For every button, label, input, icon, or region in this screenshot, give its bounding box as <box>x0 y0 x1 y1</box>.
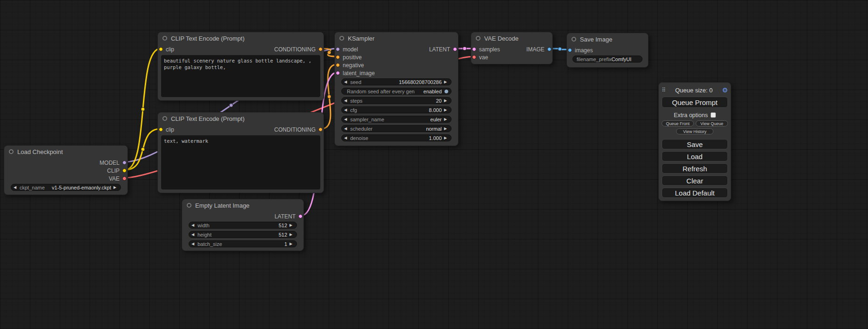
widget-height[interactable]: ◀ height 512 ▶ <box>189 231 297 238</box>
settings-gear-icon[interactable]: ⚙ <box>722 87 728 93</box>
decrement-arrow-icon[interactable]: ◀ <box>14 186 18 189</box>
decrement-arrow-icon[interactable]: ◀ <box>344 118 349 121</box>
increment-arrow-icon[interactable]: ▶ <box>289 233 294 237</box>
widget-label: height <box>198 232 212 238</box>
input-slot-positive-dot[interactable] <box>336 55 340 59</box>
output-label-clip: CLIP <box>107 168 120 174</box>
view-queue-button[interactable]: View Queue <box>696 120 728 126</box>
widget-cfg[interactable]: ◀ cfg 8.000 ▶ <box>341 106 452 113</box>
collapse-dot[interactable] <box>572 37 576 42</box>
input-slot-samples-dot[interactable] <box>472 47 476 51</box>
output-slot-vae-dot[interactable] <box>122 176 127 181</box>
node-clip-text-encode-positive[interactable]: CLIP Text Encode (Prompt) clip CONDITION… <box>157 32 324 101</box>
load-default-button[interactable]: Load Default <box>662 188 728 198</box>
increment-arrow-icon[interactable]: ▶ <box>289 224 294 227</box>
save-button[interactable]: Save <box>662 139 728 149</box>
output-slot-latent-dot[interactable] <box>298 214 303 218</box>
node-title: VAE Decode <box>484 35 518 42</box>
widget-width[interactable]: ◀ width 512 ▶ <box>189 222 297 229</box>
node-title: CLIP Text Encode (Prompt) <box>171 35 245 42</box>
queue-prompt-button[interactable]: Queue Prompt <box>662 97 728 108</box>
node-title-bar[interactable]: CLIP Text Encode (Prompt) <box>158 112 324 125</box>
drag-handle-icon[interactable]: ⠿ <box>662 87 666 93</box>
increment-arrow-icon[interactable]: ▶ <box>113 186 118 189</box>
collapse-dot[interactable] <box>9 149 14 154</box>
load-button[interactable]: Load <box>662 151 728 161</box>
output-slot-model-dot[interactable] <box>122 161 127 165</box>
widget-sampler-name[interactable]: ◀ sampler_name euler ▶ <box>341 116 452 123</box>
input-label-positive: positive <box>343 54 362 61</box>
output-slot-clip-dot[interactable] <box>122 168 127 173</box>
decrement-arrow-icon[interactable]: ◀ <box>344 99 349 103</box>
collapse-dot[interactable] <box>476 36 480 41</box>
input-slot-negative-dot[interactable] <box>336 63 340 67</box>
input-label-model: model <box>343 46 358 53</box>
widget-batch-size[interactable]: ◀ batch_size 1 ▶ <box>189 240 297 247</box>
node-empty-latent-image[interactable]: Empty Latent Image LATENT ◀ width 512 ▶ … <box>182 199 304 251</box>
queue-front-button[interactable]: Queue Front <box>662 120 694 126</box>
node-save-image[interactable]: Save Image images filename_prefix ComfyU… <box>566 33 649 68</box>
decrement-arrow-icon[interactable]: ◀ <box>344 136 349 140</box>
output-label-conditioning: CONDITIONING <box>274 126 316 133</box>
decrement-arrow-icon[interactable]: ◀ <box>191 224 196 227</box>
refresh-button[interactable]: Refresh <box>662 163 728 174</box>
output-label-model: MODEL <box>99 160 120 166</box>
output-slot-conditioning-dot[interactable] <box>318 127 323 132</box>
decrement-arrow-icon[interactable]: ◀ <box>191 242 196 246</box>
slot-row: latent_image <box>335 69 458 77</box>
widget-value: 8.000 <box>429 107 444 113</box>
node-title-bar[interactable]: Empty Latent Image <box>182 199 303 211</box>
increment-arrow-icon[interactable]: ▶ <box>444 80 449 84</box>
increment-arrow-icon[interactable]: ▶ <box>444 127 449 131</box>
prompt-textarea[interactable]: text, watermark <box>161 135 320 189</box>
decrement-arrow-icon[interactable]: ◀ <box>191 233 196 237</box>
node-load-checkpoint[interactable]: Load Checkpoint MODEL CLIP VAE ◀ ckpt_na… <box>4 145 128 195</box>
node-vae-decode[interactable]: VAE Decode samples IMAGE vae <box>471 32 553 64</box>
decrement-arrow-icon[interactable]: ◀ <box>344 108 349 112</box>
decrement-arrow-icon[interactable]: ◀ <box>344 127 349 131</box>
clear-button[interactable]: Clear <box>662 175 728 186</box>
view-history-button[interactable]: View History <box>676 128 713 134</box>
input-slot-model-dot[interactable] <box>336 47 340 51</box>
widget-filename-prefix[interactable]: filename_prefix ComfyUI <box>572 56 642 63</box>
increment-arrow-icon[interactable]: ▶ <box>444 108 449 112</box>
slot-row: samples IMAGE <box>471 45 552 53</box>
widget-value: ComfyUI <box>612 56 634 62</box>
collapse-dot[interactable] <box>339 36 344 41</box>
input-slot-clip-dot[interactable] <box>159 47 163 51</box>
input-slot-clip-dot[interactable] <box>159 127 163 132</box>
node-ksampler[interactable]: KSampler model LATENT positive negative <box>334 32 459 146</box>
collapse-dot[interactable] <box>187 203 191 208</box>
collapse-dot[interactable] <box>162 36 167 41</box>
node-title-bar[interactable]: CLIP Text Encode (Prompt) <box>158 32 324 44</box>
widget-scheduler[interactable]: ◀ scheduler normal ▶ <box>341 125 452 132</box>
node-title-bar[interactable]: Load Checkpoint <box>4 146 127 158</box>
input-slot-latent-image-dot[interactable] <box>336 71 340 75</box>
input-slot-images-dot[interactable] <box>568 48 572 52</box>
widget-seed[interactable]: ◀ seed 156680208700286 ▶ <box>341 78 452 85</box>
increment-arrow-icon[interactable]: ▶ <box>444 136 449 140</box>
decrement-arrow-icon[interactable]: ◀ <box>344 80 349 84</box>
widget-random-seed-toggle[interactable]: Random seed after every gen enabled <box>341 88 452 95</box>
node-clip-text-encode-negative[interactable]: CLIP Text Encode (Prompt) clip CONDITION… <box>157 112 324 193</box>
node-title: KSampler <box>348 35 374 42</box>
extra-options-checkbox[interactable] <box>711 112 716 118</box>
widget-steps[interactable]: ◀ steps 20 ▶ <box>341 97 452 104</box>
output-slot-conditioning-dot[interactable] <box>318 47 323 51</box>
increment-arrow-icon[interactable]: ▶ <box>444 99 449 103</box>
node-title-bar[interactable]: VAE Decode <box>471 32 552 44</box>
prompt-textarea[interactable]: beautiful scenery nature glass bottle la… <box>161 55 320 97</box>
node-title-bar[interactable]: Save Image <box>567 33 648 45</box>
widget-ckpt-name[interactable]: ◀ ckpt_name v1-5-pruned-emaonly.ckpt ▶ <box>11 184 121 191</box>
widget-value: 156680208700286 <box>399 79 444 85</box>
output-slot-latent-dot[interactable] <box>453 47 457 51</box>
input-slot-vae-dot[interactable] <box>472 55 476 59</box>
widget-denoise[interactable]: ◀ denoise 1.000 ▶ <box>341 134 452 141</box>
collapse-dot[interactable] <box>162 116 167 121</box>
node-title: CLIP Text Encode (Prompt) <box>171 115 245 122</box>
output-slot-image-dot[interactable] <box>547 47 551 51</box>
increment-arrow-icon[interactable]: ▶ <box>444 118 449 121</box>
toggle-knob[interactable] <box>444 89 449 94</box>
increment-arrow-icon[interactable]: ▶ <box>289 242 294 246</box>
node-title-bar[interactable]: KSampler <box>335 32 458 44</box>
